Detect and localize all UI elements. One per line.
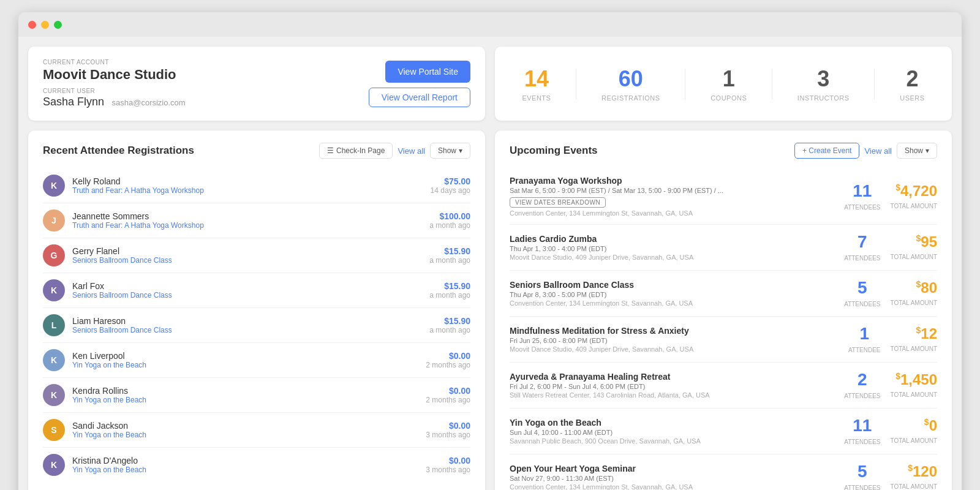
attendee-row: K Kristina D'Angelo Yin Yoga on the Beac…: [43, 448, 470, 482]
event-amount: $80 TOTAL AMOUNT: [891, 279, 938, 307]
events-header: Upcoming Events + Create Event View all …: [510, 143, 937, 159]
attendee-event[interactable]: Yin Yoga on the Beach: [72, 431, 426, 439]
registrations-panel: Recent Attendee Registrations ☰ Check-In…: [28, 130, 485, 490]
event-stats: 7 ATTENDEES $95 TOTAL AMOUNT: [844, 232, 937, 263]
event-amount: $0 TOTAL AMOUNT: [891, 417, 938, 445]
avatar: K: [43, 349, 65, 371]
event-row: Open Your Heart Yoga Seminar Sat Nov 27,…: [510, 454, 937, 490]
amount-label: TOTAL AMOUNT: [891, 437, 938, 444]
attendee-event[interactable]: Yin Yoga on the Beach: [72, 466, 426, 474]
attendee-event[interactable]: Seniors Ballroom Dance Class: [72, 326, 429, 334]
attendee-event[interactable]: Yin Yoga on the Beach: [72, 361, 426, 369]
current-account-label: CURRENT ACCOUNT: [43, 59, 186, 66]
user-name: Sasha Flynn: [43, 96, 104, 108]
attendees-label: ATTENDEES: [844, 439, 880, 445]
attendee-time: 2 months ago: [426, 361, 470, 369]
attendee-event[interactable]: Seniors Ballroom Dance Class: [72, 256, 429, 265]
attendees-label: ATTENDEES: [844, 204, 880, 211]
events-viewall-button[interactable]: View all: [864, 146, 892, 156]
attendee-row: S Sandi Jackson Yin Yoga on the Beach $0…: [43, 413, 470, 448]
attendees-number: 11: [844, 416, 880, 435]
view-portal-button[interactable]: View Portal Site: [385, 61, 470, 83]
attendee-amount: $0.00: [426, 351, 470, 361]
event-info: Mindfulness Meditation for Stress & Anxi…: [510, 326, 841, 353]
top-row: CURRENT ACCOUNT Moovit Dance Studio CURR…: [18, 37, 962, 130]
event-stats: 5 ATTENDEES $120 TOTAL AMOUNT: [844, 462, 937, 490]
event-amount: $12 TOTAL AMOUNT: [891, 325, 938, 353]
attendee-event[interactable]: Truth and Fear: A Hatha Yoga Workshop: [72, 221, 429, 230]
create-event-button[interactable]: + Create Event: [794, 143, 859, 159]
attendee-amount: $0.00: [426, 421, 470, 431]
amount-label: TOTAL AMOUNT: [891, 483, 938, 490]
account-actions: View Portal Site View Overall Report: [369, 61, 470, 107]
close-button[interactable]: [28, 21, 36, 29]
main-row: Recent Attendee Registrations ☰ Check-In…: [18, 130, 962, 490]
amount-label: TOTAL AMOUNT: [891, 203, 938, 209]
avatar: L: [43, 314, 65, 336]
attendee-time: a month ago: [429, 291, 470, 300]
event-attendees: 2 ATTENDEES: [844, 370, 880, 401]
attendee-time: a month ago: [429, 326, 470, 334]
attendee-meta: $15.90 a month ago: [429, 316, 470, 334]
attendee-meta: $0.00 2 months ago: [426, 351, 470, 369]
attendee-meta: $0.00 3 months ago: [426, 456, 470, 474]
view-dates-button[interactable]: VIEW DATES BREAKDOWN: [510, 197, 606, 208]
account-panel: CURRENT ACCOUNT Moovit Dance Studio CURR…: [28, 47, 485, 121]
attendee-name: Liam Hareson: [72, 316, 429, 326]
attendee-event[interactable]: Seniors Ballroom Dance Class: [72, 291, 429, 300]
amount-label: TOTAL AMOUNT: [891, 254, 938, 260]
event-date: Sat Mar 6, 5:00 - 9:00 PM (EST) / Sat Ma…: [510, 187, 837, 194]
attendee-event[interactable]: Truth and Fear: A Hatha Yoga Workshop: [72, 186, 431, 195]
event-attendees: 11 ATTENDEES: [844, 181, 880, 212]
account-info: CURRENT ACCOUNT Moovit Dance Studio CURR…: [43, 59, 186, 108]
attendee-name: Jeannette Sommers: [72, 211, 429, 221]
stat-coupons: 1 COUPONS: [710, 66, 747, 102]
attendee-amount: $15.90: [429, 316, 470, 326]
event-date: Fri Jun 25, 6:00 - 8:00 PM (EDT): [510, 337, 841, 344]
attendees-number: 5: [844, 462, 880, 481]
stat-events: 14 EVENTS: [522, 66, 551, 102]
event-row: Seniors Ballroom Dance Class Thu Apr 8, …: [510, 271, 937, 317]
attendee-time: 3 months ago: [426, 431, 470, 439]
event-date: Fri Jul 2, 6:00 PM - Sun Jul 4, 6:00 PM …: [510, 383, 837, 390]
attendee-row: G Gerry Flanel Seniors Ballroom Dance Cl…: [43, 238, 470, 273]
event-row: Pranayama Yoga Workshop Sat Mar 6, 5:00 …: [510, 168, 937, 225]
events-title: Upcoming Events: [510, 145, 598, 157]
attendee-time: 2 months ago: [426, 396, 470, 404]
view-report-button[interactable]: View Overall Report: [369, 88, 470, 107]
event-attendees: 5 ATTENDEES: [844, 278, 880, 309]
event-amount: $95 TOTAL AMOUNT: [891, 233, 938, 262]
event-row: Yin Yoga on the Beach Sun Jul 4, 10:00 -…: [510, 409, 937, 454]
attendee-meta: $0.00 2 months ago: [426, 386, 470, 404]
attendee-amount: $15.90: [429, 281, 470, 291]
avatar: G: [43, 244, 65, 266]
event-stats: 2 ATTENDEES $1,450 TOTAL AMOUNT: [844, 370, 937, 401]
stat-registrations: 60 REGISTRATIONS: [601, 66, 660, 102]
attendee-time: 3 months ago: [426, 466, 470, 474]
events-show-button[interactable]: Show ▾: [897, 143, 937, 159]
stats-panel: 14 EVENTS 60 REGISTRATIONS 1 COUPONS 3 I…: [495, 47, 952, 121]
amount-value: $0: [891, 417, 938, 434]
registrations-viewall-button[interactable]: View all: [398, 146, 425, 156]
attendee-row: K Kelly Roland Truth and Fear: A Hatha Y…: [43, 168, 470, 203]
checkin-page-button[interactable]: ☰ Check-In Page: [319, 143, 393, 159]
minimize-button[interactable]: [41, 21, 49, 29]
attendee-row: L Liam Hareson Seniors Ballroom Dance Cl…: [43, 308, 470, 343]
event-info: Yin Yoga on the Beach Sun Jul 4, 10:00 -…: [510, 418, 837, 445]
event-name: Seniors Ballroom Dance Class: [510, 280, 837, 290]
maximize-button[interactable]: [54, 21, 62, 29]
stat-label: REGISTRATIONS: [601, 94, 660, 102]
stat-number: 3: [797, 66, 850, 92]
amount-value: $4,720: [891, 183, 938, 200]
attendees-number: 1: [848, 324, 881, 344]
attendee-event[interactable]: Yin Yoga on the Beach: [72, 396, 426, 404]
avatar: J: [43, 209, 65, 232]
avatar: S: [43, 419, 65, 441]
event-location: Savannah Public Beach, 900 Ocean Drive, …: [510, 437, 837, 445]
attendee-row: K Ken Liverpool Yin Yoga on the Beach $0…: [43, 343, 470, 378]
registrations-show-button[interactable]: Show ▾: [430, 143, 470, 159]
stat-number: 2: [900, 66, 924, 92]
user-email: sasha@corsizio.com: [112, 98, 186, 107]
event-info: Seniors Ballroom Dance Class Thu Apr 8, …: [510, 280, 837, 307]
event-row: Ayurveda & Pranayama Healing Retreat Fri…: [510, 363, 937, 409]
